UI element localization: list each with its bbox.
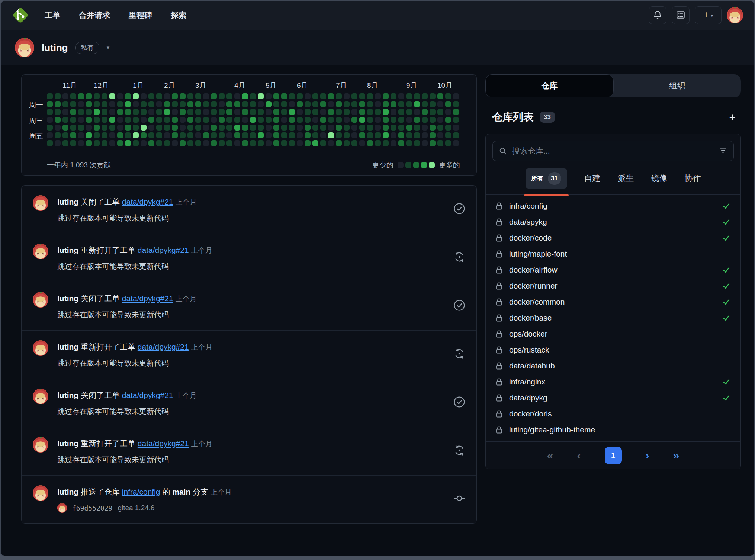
repo-name[interactable]: ops/docker <box>509 329 547 338</box>
commit-hash[interactable]: f69d552029 <box>72 504 112 512</box>
feed-avatar[interactable] <box>33 244 48 259</box>
page-current[interactable]: 1 <box>605 447 622 464</box>
filter-tab-collaborative[interactable]: 协作 <box>685 173 701 184</box>
feed-action: 推送了仓库 <box>78 487 122 496</box>
feed-actor[interactable]: luting <box>57 246 78 254</box>
heatmap-cell <box>414 140 420 146</box>
nav-item-milestones[interactable]: 里程碑 <box>129 10 152 20</box>
feed-link[interactable]: data/dpykg#21 <box>122 294 173 303</box>
repo-name[interactable]: docker/common <box>509 297 565 306</box>
admin-panel-button[interactable] <box>672 6 690 24</box>
repo-item[interactable]: luting/maple-font <box>486 246 740 262</box>
repo-name[interactable]: docker/base <box>509 313 552 322</box>
repo-name[interactable]: docker/airflow <box>509 265 558 274</box>
repo-name[interactable]: docker/code <box>509 234 552 242</box>
feed-link[interactable]: infra/config <box>122 487 160 496</box>
feed-avatar[interactable] <box>33 437 48 453</box>
feed-actor[interactable]: luting <box>57 487 78 496</box>
feed-avatar[interactable] <box>33 389 48 404</box>
sync-check-icon <box>722 313 731 322</box>
filter-tab-forks[interactable]: 派生 <box>618 173 634 184</box>
repo-search-input[interactable] <box>511 146 712 156</box>
heatmap-cell <box>86 93 92 99</box>
repo-item[interactable]: docker/runner <box>486 278 740 294</box>
feed-actor[interactable]: luting <box>57 342 78 351</box>
profile-dropdown-caret[interactable]: ▾ <box>107 44 110 51</box>
repo-item[interactable]: data/datahub <box>486 358 740 374</box>
repo-name[interactable]: docker/doris <box>509 409 552 418</box>
repo-name[interactable]: infra/nginx <box>509 377 545 386</box>
feed-avatar[interactable] <box>33 340 48 356</box>
heatmap-cell <box>242 132 248 138</box>
repo-item[interactable]: infra/config <box>486 198 740 214</box>
create-new-button[interactable]: + ▾ <box>695 6 722 24</box>
nav-item-issues[interactable]: 工单 <box>45 10 60 20</box>
heatmap-cell <box>234 101 240 107</box>
repo-item[interactable]: docker/airflow <box>486 262 740 278</box>
repo-item[interactable]: luting/gitea-github-theme <box>486 422 740 438</box>
repo-name[interactable]: infra/config <box>509 202 547 210</box>
user-avatar[interactable] <box>727 7 743 23</box>
heatmap-cell <box>133 140 139 146</box>
repo-item[interactable]: ops/rustack <box>486 342 740 358</box>
repo-name[interactable]: data/datahub <box>509 361 555 370</box>
heatmap-cell <box>391 93 396 99</box>
tab-organizations[interactable]: 组织 <box>614 74 741 97</box>
feed-link[interactable]: data/dpykg#21 <box>122 197 173 206</box>
nav-item-pulls[interactable]: 合并请求 <box>79 10 110 20</box>
repo-item[interactable]: docker/doris <box>486 406 740 422</box>
repo-name[interactable]: data/spykg <box>509 218 547 226</box>
heatmap-month-label: 5月 <box>266 81 277 90</box>
tab-repositories[interactable]: 仓库 <box>485 74 614 97</box>
heatmap-cell <box>242 117 248 123</box>
filter-tab-mine[interactable]: 自建 <box>584 173 601 184</box>
heatmap-cell <box>391 101 396 107</box>
repo-name[interactable]: docker/runner <box>509 281 558 290</box>
filter-tab-mirrors[interactable]: 镜像 <box>651 173 668 184</box>
notifications-button[interactable] <box>649 6 666 24</box>
feed-avatar[interactable] <box>33 195 48 211</box>
repo-item[interactable]: infra/nginx <box>486 374 740 390</box>
feed-avatar[interactable] <box>33 292 48 308</box>
page-first-button[interactable]: « <box>547 450 553 461</box>
filter-tab-all[interactable]: 所有 31 <box>526 168 567 189</box>
repo-search <box>492 141 734 161</box>
feed-actor[interactable]: luting <box>57 197 78 206</box>
heatmap-cell <box>187 140 193 146</box>
heatmap-cell <box>289 109 295 115</box>
repo-item[interactable]: docker/base <box>486 310 740 326</box>
feed-link[interactable]: data/dpykg#21 <box>138 439 189 448</box>
legend-square <box>413 162 419 168</box>
profile-avatar[interactable] <box>15 38 34 57</box>
heatmap-cell <box>187 109 193 115</box>
repo-name[interactable]: ops/rustack <box>509 345 549 354</box>
repo-name[interactable]: luting/gitea-github-theme <box>509 425 595 434</box>
branch-name[interactable]: main <box>172 487 190 496</box>
repo-item[interactable]: docker/code <box>486 230 740 246</box>
feed-actor[interactable]: luting <box>57 294 78 303</box>
heatmap-cell <box>133 132 139 138</box>
heatmap-cell <box>55 125 61 131</box>
gitea-logo-icon[interactable] <box>12 7 29 24</box>
repo-name[interactable]: luting/maple-font <box>509 250 567 258</box>
page-last-button[interactable]: » <box>673 450 680 461</box>
feed-link[interactable]: data/dpykg#21 <box>122 391 173 399</box>
heatmap-cell <box>359 140 365 146</box>
repo-item[interactable]: docker/common <box>486 294 740 310</box>
add-repo-button[interactable]: + <box>726 112 739 123</box>
feed-actor[interactable]: luting <box>57 439 78 448</box>
page-next-button[interactable]: › <box>646 450 649 461</box>
page-prev-button[interactable]: ‹ <box>577 450 581 461</box>
repo-filter-button[interactable] <box>712 141 733 161</box>
repo-name[interactable]: data/dpykg <box>509 393 547 402</box>
heatmap-cell <box>289 140 295 146</box>
feed-link[interactable]: data/dpykg#21 <box>138 342 189 351</box>
nav-item-explore[interactable]: 探索 <box>171 10 186 20</box>
feed-link[interactable]: data/dpykg#21 <box>138 246 189 254</box>
repo-item[interactable]: data/dpykg <box>486 390 740 406</box>
heatmap-cell <box>305 140 311 146</box>
repo-item[interactable]: data/spykg <box>486 214 740 230</box>
repo-item[interactable]: ops/docker <box>486 326 740 342</box>
feed-avatar[interactable] <box>33 485 48 501</box>
feed-actor[interactable]: luting <box>57 391 78 399</box>
